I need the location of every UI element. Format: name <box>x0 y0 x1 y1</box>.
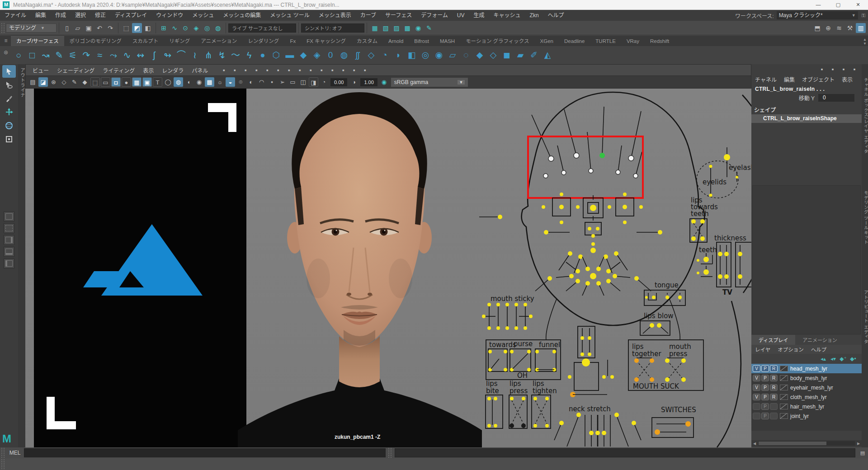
shelf-primitive-icon[interactable]: ◭ <box>541 48 554 62</box>
shelf-curve-tool-icon[interactable]: ʃ <box>147 48 161 62</box>
select-tool[interactable] <box>2 65 16 78</box>
shelf-tab-アニメーション[interactable]: アニメーション <box>195 37 242 46</box>
image-icon[interactable]: ▣ <box>142 77 152 87</box>
menu-set-select[interactable]: モデリング ▼ <box>6 24 57 33</box>
menu-item-編集[interactable]: 編集 <box>31 10 51 21</box>
shelf-primitive-icon[interactable]: ◆ <box>473 48 486 62</box>
shelf-primitive-icon[interactable]: ▱ <box>446 48 459 62</box>
checker-sphere-icon[interactable]: ▩ <box>205 77 214 87</box>
panel-menu-item-レンダラ[interactable]: レンダラ <box>158 66 188 74</box>
menu-item-作成[interactable]: 作成 <box>51 10 71 21</box>
camera-attributes-icon[interactable]: ▪ <box>241 65 250 75</box>
layer-visibility-toggle[interactable] <box>753 413 760 419</box>
tool-settings-icon[interactable]: ⚒ <box>845 23 855 33</box>
shelf-curve-tool-icon[interactable]: ↝ <box>39 48 52 62</box>
shelf-curve-tool-icon[interactable]: ↬ <box>161 48 175 62</box>
shelf-tab-VRay[interactable]: VRay <box>621 37 645 46</box>
layer-editor-tab-アニメーション[interactable]: アニメーション <box>795 335 844 345</box>
shelf-curve-tool-icon[interactable]: ≈ <box>93 48 107 62</box>
shelf-primitive-icon[interactable]: 0 <box>324 48 337 62</box>
image-plane-icon[interactable]: ▪ <box>262 65 272 75</box>
gamma-icon[interactable]: ◑ <box>349 77 359 87</box>
script-editor-icon[interactable]: ▤ <box>858 448 868 458</box>
layer-row-hair_mesh_lyr[interactable]: Phair_mesh_lyr <box>751 402 862 411</box>
oh-panel[interactable]: towards purse funnel <box>486 340 561 380</box>
teapot-icon[interactable]: ◆ <box>80 77 90 87</box>
rotate-tool[interactable] <box>2 119 16 132</box>
modeling-toolkit-icon[interactable]: ⬒ <box>812 23 822 33</box>
shelf-curve-tool-icon[interactable]: 〜 <box>229 48 242 62</box>
light-icon[interactable]: ◉ <box>413 23 423 33</box>
lock-camera-icon[interactable]: ◪ <box>38 77 48 87</box>
text-icon[interactable]: T <box>153 77 162 87</box>
film-gate-icon[interactable]: ▭ <box>101 77 110 87</box>
eyelids-panel[interactable]: eyelids eyelash <box>697 147 751 198</box>
shelf-primitive-icon[interactable]: ◈ <box>310 48 324 62</box>
shelf-gear-icon[interactable]: ⊛ <box>1 46 11 59</box>
mouth-sticky-panel[interactable]: mouth sticky <box>482 295 534 330</box>
menu-item-サーフェス[interactable]: サーフェス <box>381 10 416 21</box>
shelf-primitive-icon[interactable]: ◆ <box>297 48 310 62</box>
menu-item-生成[interactable]: 生成 <box>469 10 489 21</box>
shelf-curve-tool-icon[interactable]: ⋔ <box>202 48 215 62</box>
shelf-curve-tool-icon[interactable]: ↭ <box>134 48 147 62</box>
menu-item-Zkn[interactable]: Zkn <box>525 10 543 21</box>
lock-icon[interactable]: ⚿ <box>862 13 865 19</box>
save-scene-icon[interactable]: ▣ <box>84 23 94 33</box>
gamma-field[interactable]: 1.00 <box>360 78 377 86</box>
shelf-primitive-icon[interactable]: ▰ <box>514 48 527 62</box>
shelf-curve-tool-icon[interactable]: ↯ <box>215 48 229 62</box>
shelf-tab-TURTLE[interactable]: TURTLE <box>590 37 621 46</box>
menu-item-ウィンドウ[interactable]: ウィンドウ <box>151 10 188 21</box>
channel-box-menu-item-表示[interactable]: 表示 <box>838 75 856 83</box>
texture-view-icon[interactable]: ▩ <box>402 23 412 33</box>
make-live-icon[interactable]: ◍ <box>213 23 223 33</box>
viewport-canvas[interactable]: mouth sticky tongue <box>25 89 751 447</box>
viewcube-icon[interactable]: ▪ <box>360 65 370 75</box>
new-scene-icon[interactable]: ▯ <box>62 23 72 33</box>
mouth-suck-panel[interactable]: lips together mouth press MOUTH SUCK <box>628 340 703 390</box>
live-surface-field[interactable]: ライブ サーフェスなし <box>228 24 296 33</box>
tab-channel-box-layer-editor[interactable]: チャネル ボックス/レイヤ エディタ <box>863 78 868 154</box>
open-scene-icon[interactable]: ▱ <box>73 23 83 33</box>
lasso-tool[interactable] <box>2 79 16 91</box>
shelf-primitive-icon[interactable]: ◉ <box>432 48 446 62</box>
layer-move-up-icon[interactable]: ◂▴ <box>818 356 828 362</box>
xray-icon[interactable]: ▪ <box>316 65 326 75</box>
ipr-render-icon[interactable]: ▧ <box>381 23 391 33</box>
facial-control-board[interactable]: mouth sticky tongue <box>479 92 751 447</box>
panel-menu-item-表示[interactable]: 表示 <box>139 66 158 74</box>
menu-item-デフォーム[interactable]: デフォーム <box>416 10 453 21</box>
attribute-value-field[interactable]: 0 <box>818 94 854 102</box>
textured-sphere-icon[interactable]: ◉ <box>194 77 204 87</box>
new-empty-layer-icon[interactable]: ◆⁺ <box>838 356 848 362</box>
scroll-right-icon[interactable]: ▶ <box>855 442 862 446</box>
view-transform-select[interactable]: sRGB gamma ▼ <box>391 78 468 87</box>
pane1-icon[interactable]: ▭ <box>288 77 297 87</box>
channel-box-menu-item-チャネル[interactable]: チャネル <box>751 75 780 83</box>
layer-display-type-toggle[interactable] <box>770 413 778 419</box>
layout-single-pane-button[interactable] <box>4 212 14 221</box>
cheek-controls[interactable] <box>479 215 662 235</box>
command-line-language-toggle[interactable]: MEL <box>6 450 24 456</box>
tab-attribute-editor[interactable]: アトリビュート エディタ <box>863 290 868 344</box>
shadow-sphere-icon[interactable]: ◒ <box>226 77 235 87</box>
attribute-editor-icon[interactable]: ≋ <box>834 23 844 33</box>
layer-editor-menu-item-ヘルプ[interactable]: ヘルプ <box>807 346 830 353</box>
drag-handle[interactable] <box>1 23 5 33</box>
shelf-primitive-icon[interactable]: ▬ <box>283 48 297 62</box>
shelf-tab-リギング[interactable]: リギング <box>164 37 195 46</box>
shelf-tab-Redshift[interactable]: Redshift <box>645 37 675 46</box>
shelf-primitive-icon[interactable]: ✐ <box>527 48 541 62</box>
layer-editor-tab-ディスプレイ[interactable]: ディスプレイ <box>751 335 795 345</box>
drag-handle[interactable] <box>388 448 392 458</box>
layer-editor-menu-item-レイヤ[interactable]: レイヤ <box>751 346 774 353</box>
layer-row-head_mesh_lyr[interactable]: VPRhead_mesh_lyr <box>751 364 862 373</box>
redo-icon[interactable]: ↷ <box>105 23 115 33</box>
bulb-icon[interactable]: ⌾ <box>236 77 245 87</box>
brow-controls[interactable] <box>532 107 642 178</box>
lock-camera-icon[interactable]: ▪ <box>230 65 240 75</box>
two-d-pan-icon[interactable]: ▪ <box>273 65 283 75</box>
snap-grid-icon[interactable]: ⊞ <box>159 23 169 33</box>
joint-xray-icon[interactable]: ▪ <box>306 65 316 75</box>
